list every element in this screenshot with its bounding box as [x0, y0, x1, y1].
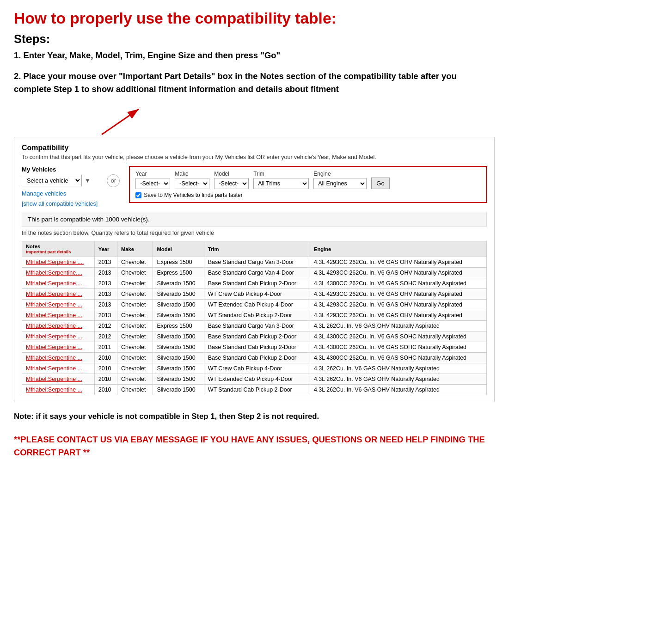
cell-model: Silverado 1500 [153, 278, 204, 289]
cell-trim: Base Standard Cargo Van 3-Door [204, 321, 310, 331]
save-checkbox[interactable] [135, 192, 141, 198]
cell-trim: Base Standard Cargo Van 3-Door [204, 257, 310, 268]
manage-vehicles-link[interactable]: Manage vehicles [22, 190, 98, 197]
cell-engine: 4.3L 262Cu. In. V6 GAS OHV Naturally Asp… [310, 321, 486, 331]
table-row: Mfrlabel:Serpentine ...2010ChevroletSilv… [22, 385, 487, 395]
cell-trim: Base Standard Cab Pickup 2-Door [204, 342, 310, 353]
cell-make: Chevrolet [117, 374, 153, 385]
step1-text: 1. Enter Year, Make, Model, Trim, Engine… [14, 49, 495, 61]
cell-make: Chevrolet [117, 321, 153, 331]
cell-model: Silverado 1500 [153, 353, 204, 363]
trim-select[interactable]: All Trims [253, 178, 309, 189]
cell-model: Express 1500 [153, 268, 204, 278]
cell-notes[interactable]: Mfrlabel:Serpentine ... [22, 374, 95, 385]
cell-make: Chevrolet [117, 300, 153, 310]
vehicle-select[interactable]: Select a vehicle [22, 175, 82, 186]
table-row: Mfrlabel:Serpentine....2013ChevroletExpr… [22, 268, 487, 278]
model-select[interactable]: -Select- [214, 178, 249, 189]
compat-table: Notes Important part details Year Make M… [22, 241, 487, 395]
cell-year: 2010 [94, 363, 117, 374]
year-field: Year -Select- [135, 171, 170, 189]
cell-trim: Base Standard Cab Pickup 2-Door [204, 353, 310, 363]
go-button[interactable]: Go [371, 178, 390, 189]
cell-notes[interactable]: Mfrlabel:Serpentine ... [22, 310, 95, 321]
th-year: Year [94, 241, 117, 257]
cell-engine: 4.3L 262Cu. In. V6 GAS OHV Naturally Asp… [310, 385, 486, 395]
make-field: Make -Select- [175, 171, 209, 189]
cell-engine: 4.3L 4300CC 262Cu. In. V6 GAS SOHC Natur… [310, 331, 486, 342]
save-row: Save to My Vehicles to finds parts faste… [135, 192, 480, 198]
table-row: Mfrlabel:Serpentine ....2013ChevroletExp… [22, 257, 487, 268]
table-row: Mfrlabel:Serpentine ...2013ChevroletSilv… [22, 300, 487, 310]
th-make: Make [117, 241, 153, 257]
cell-model: Silverado 1500 [153, 374, 204, 385]
compat-subtitle: To confirm that this part fits your vehi… [22, 154, 487, 160]
cell-notes[interactable]: Mfrlabel:Serpentine ... [22, 289, 95, 300]
cell-trim: WT Standard Cab Pickup 2-Door [204, 385, 310, 395]
th-engine: Engine [310, 241, 486, 257]
table-row: Mfrlabel:Serpentine ...2012ChevroletSilv… [22, 331, 487, 342]
cell-model: Express 1500 [153, 257, 204, 268]
trim-label: Trim [253, 171, 309, 177]
or-label: or [107, 174, 120, 187]
th-trim: Trim [204, 241, 310, 257]
dropdown-arrow-icon: ▼ [85, 177, 91, 184]
cell-engine: 4.3L 4293CC 262Cu. In. V6 GAS OHV Natura… [310, 300, 486, 310]
cell-model: Express 1500 [153, 321, 204, 331]
make-select[interactable]: -Select- [175, 178, 209, 189]
cell-notes[interactable]: Mfrlabel:Serpentine ... [22, 353, 95, 363]
engine-select[interactable]: All Engines [313, 178, 367, 189]
cell-engine: 4.3L 4293CC 262Cu. In. V6 GAS OHV Natura… [310, 257, 486, 268]
table-row: Mfrlabel:Serpentine ...2010ChevroletSilv… [22, 353, 487, 363]
cell-engine: 4.3L 4300CC 262Cu. In. V6 GAS SOHC Natur… [310, 353, 486, 363]
cell-engine: 4.3L 262Cu. In. V6 GAS OHV Naturally Asp… [310, 374, 486, 385]
cell-notes[interactable]: Mfrlabel:Serpentine.... [22, 278, 95, 289]
cell-year: 2013 [94, 268, 117, 278]
cell-make: Chevrolet [117, 363, 153, 374]
cell-notes[interactable]: Mfrlabel:Serpentine.... [22, 268, 95, 278]
cell-make: Chevrolet [117, 289, 153, 300]
cell-model: Silverado 1500 [153, 342, 204, 353]
cell-year: 2010 [94, 353, 117, 363]
cell-notes[interactable]: Mfrlabel:Serpentine ... [22, 300, 95, 310]
cell-make: Chevrolet [117, 278, 153, 289]
cell-make: Chevrolet [117, 310, 153, 321]
table-row: Mfrlabel:Serpentine ...2010ChevroletSilv… [22, 363, 487, 374]
steps-title: Steps: [14, 32, 495, 46]
notes-sub-label: Important part details [26, 249, 91, 254]
cell-engine: 4.3L 4293CC 262Cu. In. V6 GAS OHV Natura… [310, 268, 486, 278]
main-title: How to properly use the compatibility ta… [14, 9, 495, 28]
cell-year: 2011 [94, 342, 117, 353]
cell-engine: 4.3L 4293CC 262Cu. In. V6 GAS OHV Natura… [310, 289, 486, 300]
compat-note: In the notes section below, Quantity ref… [22, 230, 487, 236]
cell-notes[interactable]: Mfrlabel:Serpentine .... [22, 257, 95, 268]
arrow-graphic [74, 104, 148, 137]
cell-notes[interactable]: Mfrlabel:Serpentine ... [22, 321, 95, 331]
cell-notes[interactable]: Mfrlabel:Serpentine ... [22, 363, 95, 374]
cell-notes[interactable]: Mfrlabel:Serpentine ... [22, 331, 95, 342]
step2-text: 2. Place your mouse over "Important Part… [14, 70, 495, 95]
compat-info-bar: This part is compatible with 1000 vehicl… [22, 212, 487, 227]
cell-make: Chevrolet [117, 385, 153, 395]
cell-notes[interactable]: Mfrlabel:Serpentine ... [22, 385, 95, 395]
table-row: Mfrlabel:Serpentine ...2013ChevroletSilv… [22, 310, 487, 321]
cell-make: Chevrolet [117, 353, 153, 363]
cell-make: Chevrolet [117, 257, 153, 268]
my-vehicles-label: My Vehicles [22, 166, 98, 173]
show-all-link[interactable]: [show all compatible vehicles] [22, 201, 98, 207]
my-vehicles-section: My Vehicles Select a vehicle ▼ Manage ve… [22, 166, 98, 207]
svg-line-1 [102, 109, 139, 135]
cell-model: Silverado 1500 [153, 310, 204, 321]
cell-engine: 4.3L 262Cu. In. V6 GAS OHV Naturally Asp… [310, 363, 486, 374]
compat-title: Compatibility [22, 144, 487, 152]
save-label: Save to My Vehicles to finds parts faste… [144, 192, 242, 198]
note-text: Note: if it says your vehicle is not com… [14, 411, 495, 422]
th-model: Model [153, 241, 204, 257]
cell-year: 2012 [94, 331, 117, 342]
year-select[interactable]: -Select- [135, 178, 170, 189]
cell-trim: Base Standard Cab Pickup 2-Door [204, 278, 310, 289]
table-row: Mfrlabel:Serpentine ...2013ChevroletSilv… [22, 289, 487, 300]
cell-notes[interactable]: Mfrlabel:Serpentine ... [22, 342, 95, 353]
cell-year: 2013 [94, 257, 117, 268]
cell-model: Silverado 1500 [153, 331, 204, 342]
